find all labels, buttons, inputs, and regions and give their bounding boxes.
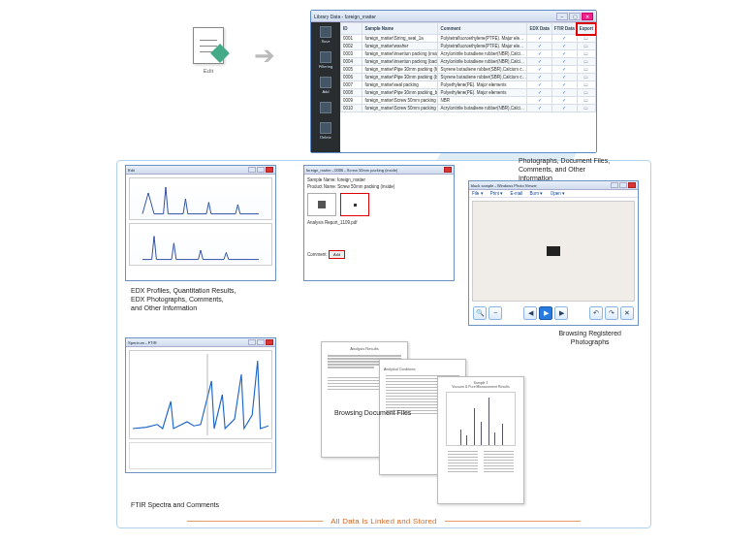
- form-close[interactable]: [444, 167, 452, 173]
- col-id[interactable]: ID: [341, 23, 362, 35]
- ftir-max[interactable]: [257, 339, 265, 345]
- menu-print[interactable]: Print ▾: [490, 191, 504, 196]
- detail-panel: Photographs, Document Files, Comments, a…: [116, 160, 651, 528]
- arrow-icon: ➔: [254, 41, 275, 71]
- table-row[interactable]: 0002foreign_matter\washerPolytetrafluoro…: [341, 43, 596, 50]
- ftir-window: Spectrum - FTIR: [125, 337, 276, 473]
- edx-chart-2: [129, 223, 272, 266]
- col-edx[interactable]: EDX Data: [527, 23, 551, 35]
- add-comment-button[interactable]: Add: [329, 250, 345, 259]
- viewer-photo: [472, 201, 635, 302]
- sidebar-filtering[interactable]: Filtering: [315, 51, 336, 69]
- table-row[interactable]: 0010foreign_matter\Screw 50mm packing (b…: [341, 105, 596, 112]
- viewer-min[interactable]: [611, 182, 618, 188]
- photo-viewer-window: black sample - Windows Photo Viewer File…: [468, 180, 639, 326]
- thumb-1[interactable]: [307, 193, 336, 216]
- library-window: Library Data - foreign_matter – ▢ ✕ Save…: [310, 10, 597, 153]
- sidebar-add[interactable]: Add: [315, 77, 336, 94]
- edx-max[interactable]: [257, 167, 265, 173]
- prev-icon[interactable]: ◀: [523, 306, 537, 320]
- col-export[interactable]: Export: [577, 23, 595, 35]
- delete-icon[interactable]: ✕: [620, 306, 634, 320]
- doc3-plot: [446, 392, 516, 446]
- label-browphoto: Browsing Registered Photographs: [558, 330, 621, 347]
- table-row[interactable]: 0008foreign_matter\Pipe 30mm packing_bPo…: [341, 89, 596, 97]
- rotate-left-icon[interactable]: ↶: [589, 306, 603, 320]
- library-title: Library Data - foreign_matter: [314, 14, 376, 19]
- label-ftir: FTIR Spectra and Comments: [131, 501, 219, 510]
- menu-burn[interactable]: Burn ▾: [530, 191, 544, 196]
- edx-chart-1: [129, 177, 272, 220]
- viewer-toolbar: 🔍 − ◀ ▶ ▶ ↶ ↷ ✕: [469, 304, 638, 322]
- table-row[interactable]: 0004foreign_matter\insertion packing (ba…: [341, 58, 596, 66]
- ftir-min[interactable]: [248, 339, 256, 345]
- label-photos: Photographs, Document Files, Comments, a…: [519, 157, 645, 182]
- label-edx: EDX Profiles, Quantitation Results, EDX …: [131, 287, 305, 312]
- table-row[interactable]: 0003foreign_matter\insertion packing (in…: [341, 50, 596, 58]
- viewer-title: black sample - Windows Photo Viewer: [471, 181, 537, 189]
- edit-action[interactable]: Edit: [184, 27, 233, 74]
- tagline: All Data Is Linked and Stored: [117, 517, 650, 526]
- viewer-close[interactable]: [628, 182, 636, 188]
- play-icon[interactable]: ▶: [539, 306, 552, 320]
- col-sample[interactable]: Sample Name: [362, 23, 438, 35]
- table-row[interactable]: 0005foreign_matter\Pipe 30mm packing (fr…: [341, 66, 596, 74]
- sidebar-blank[interactable]: [315, 102, 336, 114]
- edit-label: Edit: [184, 68, 233, 74]
- edx-window: Edit: [125, 165, 276, 281]
- zoom-in-icon[interactable]: 🔍: [473, 306, 487, 320]
- sidebar-delete[interactable]: Delete: [315, 122, 336, 140]
- zoom-out-icon[interactable]: −: [488, 306, 502, 320]
- library-table: ID Sample Name Comment EDX Data FTIR Dat…: [340, 22, 596, 152]
- library-sidebar: Save Filtering Add Delete: [311, 22, 340, 152]
- table-row[interactable]: 0007foreign_matter\seal packingPolyethyl…: [341, 81, 596, 89]
- viewer-max[interactable]: [619, 182, 627, 188]
- next-icon[interactable]: ▶: [554, 306, 568, 320]
- menu-open[interactable]: Open ▾: [551, 191, 565, 196]
- analysis-file[interactable]: Analysis Report_1109.pdf: [307, 220, 451, 225]
- menu-email[interactable]: E-mail: [511, 191, 523, 196]
- rotate-right-icon[interactable]: ↷: [605, 306, 618, 320]
- col-ftir[interactable]: FTIR Data: [551, 23, 577, 35]
- thumb-2[interactable]: [340, 193, 369, 216]
- viewer-menu: File ▾ Print ▾ E-mail Burn ▾ Open ▾: [469, 190, 638, 198]
- maximize-button[interactable]: ▢: [569, 13, 581, 20]
- menu-file[interactable]: File ▾: [472, 191, 484, 196]
- table-row[interactable]: 0009foreign_matter\Screw 50mm packing (f…: [341, 97, 596, 105]
- col-comment[interactable]: Comment: [438, 23, 527, 35]
- label-docs: Browsing Document Files: [334, 409, 411, 418]
- minimize-button[interactable]: –: [556, 13, 568, 20]
- form-title: foreign_matter - 0006 - Screw 50mm packi…: [306, 166, 397, 174]
- library-titlebar: Library Data - foreign_matter – ▢ ✕: [311, 11, 596, 22]
- ftir-close[interactable]: [266, 339, 273, 345]
- edx-close[interactable]: [266, 167, 273, 173]
- table-row[interactable]: 0001foreign_matter\String_seal_1aPolytet…: [341, 35, 596, 43]
- close-button[interactable]: ✕: [582, 13, 593, 20]
- sample-chip: [547, 246, 560, 256]
- sidebar-save[interactable]: Save: [315, 26, 336, 44]
- doc-page-3[interactable]: Sample 1Vacuum & Pure Measurement Result…: [437, 376, 524, 504]
- table-row[interactable]: 0006foreign_matter\Pipe 30mm packing (ba…: [341, 74, 596, 81]
- ftir-spectrum: [129, 350, 272, 439]
- ftir-title: Spectrum - FTIR: [128, 338, 157, 346]
- edx-tab[interactable]: Edit: [128, 166, 135, 174]
- documents-fan: Analysis Results Analytical Conditions S…: [321, 341, 553, 504]
- ftir-comment-box[interactable]: [129, 442, 272, 469]
- form-window: foreign_matter - 0006 - Screw 50mm packi…: [303, 165, 455, 281]
- edx-min[interactable]: [248, 167, 256, 173]
